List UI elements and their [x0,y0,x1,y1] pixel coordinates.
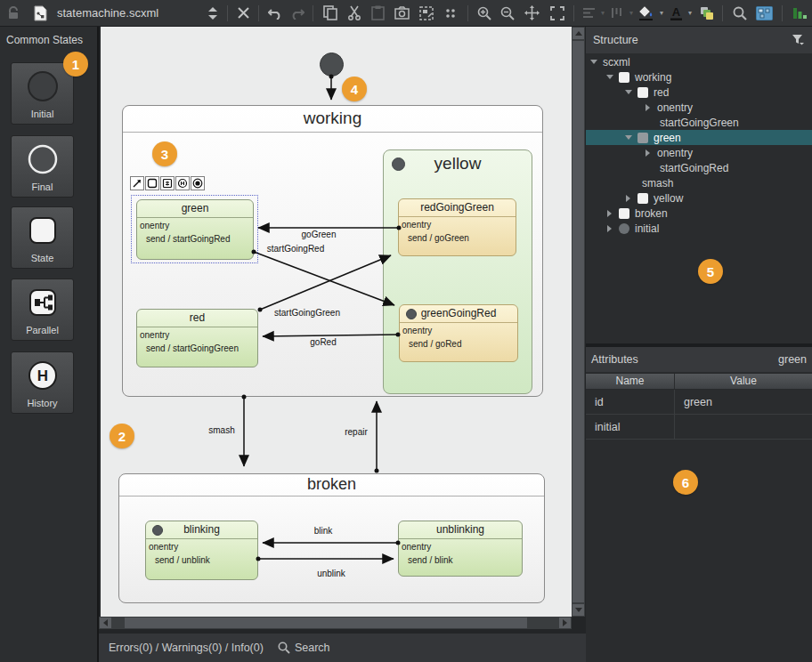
tree-row-onentry-green[interactable]: onentry [586,145,812,160]
parallel-state-icon [12,279,73,325]
export-canvas-icon[interactable] [414,0,438,27]
transition-label-blink[interactable]: blink [288,526,359,536]
expander-closed-icon[interactable] [604,225,615,232]
tree-row-working[interactable]: working [586,69,812,85]
pan-icon[interactable] [519,0,545,27]
expander-open-icon[interactable] [622,90,634,94]
state-redGoingGreen[interactable]: redGoingGreen onentry send / goGreen [398,198,516,256]
expander-closed-icon[interactable] [642,149,654,157]
document-tab-label[interactable]: statemachine.scxml [53,6,203,20]
transition-label-unblink[interactable]: unblink [296,569,367,578]
copy-icon[interactable] [318,0,342,27]
canvas-vertical-scrollbar[interactable] [572,27,585,617]
expander-open-icon[interactable] [604,75,615,79]
state-icon [12,207,73,253]
column-header-value[interactable]: Value [675,374,812,389]
lock-icon[interactable] [0,0,27,27]
tree-row-onentry-red[interactable]: onentry [586,100,812,115]
color-theme-icon[interactable] [694,0,718,27]
expander-closed-icon[interactable] [604,210,615,217]
state-icon[interactable] [145,176,159,190]
close-icon[interactable] [232,0,254,27]
attribute-row-initial[interactable]: initial [586,415,812,440]
expander-closed-icon[interactable] [642,104,654,111]
initial-state-node[interactable] [320,52,344,77]
state-blinking[interactable]: blinking onentry send / unblink [145,521,258,580]
scroll-down-icon[interactable] [572,604,584,616]
tree-row-smash[interactable]: smash [586,175,812,190]
redo-icon[interactable] [286,0,308,27]
fill-color-icon[interactable] [636,0,657,27]
state-icon [637,193,648,204]
state-blinking-action: send / unblink [146,552,257,565]
canvas-horizontal-scrollbar[interactable] [99,617,572,629]
tree-row-red[interactable]: red [586,85,812,100]
align-vertical-dropdown-icon[interactable]: ▾ [627,0,636,27]
align-horizontal-dropdown-icon[interactable]: ▾ [598,0,607,27]
status-messages[interactable]: Errors(0) / Warnings(0) / Info(0) [109,642,264,654]
palette-final-button[interactable]: Final [11,135,74,198]
attribute-value[interactable]: green [675,390,812,414]
transition-label-goRed[interactable]: goRed [288,337,359,347]
magnifier-icon[interactable] [727,0,751,27]
font-color-dropdown-icon[interactable]: ▾ [686,0,694,27]
scroll-left-icon[interactable] [100,618,111,628]
align-vertical-icon[interactable] [607,0,627,27]
state-greenGoingRed[interactable]: greenGoingRed onentry send / goRed [399,304,518,362]
attribute-value[interactable] [675,415,812,439]
navigator-icon[interactable] [751,0,777,27]
scroll-right-icon[interactable] [559,618,571,628]
transition-label-startGoingGreen[interactable]: startGoingGreen [263,308,352,318]
updown-spinner-icon[interactable] [203,0,223,27]
attributes-context: green [778,353,807,366]
tree-row-broken[interactable]: broken [586,206,812,221]
transition-label-goGreen[interactable]: goGreen [283,230,354,239]
attribute-row-id[interactable]: id green [586,390,812,415]
toolbar-separator [313,5,313,21]
undo-icon[interactable] [264,0,286,27]
final-icon[interactable] [191,176,205,190]
fit-to-view-icon[interactable] [545,0,569,27]
screenshot-icon[interactable] [390,0,414,27]
transition-label-smash[interactable]: smash [186,425,257,435]
palette-final-label: Final [32,182,53,197]
parallel-icon[interactable] [160,176,175,190]
attribute-name: id [586,390,675,414]
transition-icon[interactable] [130,176,144,190]
state-unblinking[interactable]: unblinking onentry send / blink [398,521,523,577]
tree-row-scxml[interactable]: scxml [586,54,812,69]
transition-label-startGoingRed[interactable]: startGoingRed [260,244,331,254]
filter-icon[interactable] [792,34,805,46]
cut-icon[interactable] [342,0,366,27]
vertical-scroll-thumb[interactable] [572,41,584,602]
tree-row-green[interactable]: green [586,130,812,145]
horizontal-scroll-thumb[interactable] [125,618,527,628]
palette-history-button[interactable]: H History [11,351,74,414]
zoom-out-icon[interactable] [496,0,519,27]
state-red[interactable]: red onentry send / startGoingGreen [136,309,258,367]
palette-initial-button[interactable]: Initial [11,62,74,125]
expander-open-icon[interactable] [588,60,599,64]
fill-color-dropdown-icon[interactable]: ▾ [657,0,666,27]
scroll-up-icon[interactable] [572,28,584,39]
tree-row-yellow[interactable]: yellow [586,190,812,206]
paste-icon[interactable] [366,0,390,27]
zoom-in-icon[interactable] [473,0,496,27]
adjust-sequence-icon[interactable] [438,0,463,27]
right-panel: Structure scxml working red onentry [586,27,812,662]
align-horizontal-icon[interactable] [579,0,598,27]
expander-closed-icon[interactable] [622,195,634,202]
statistics-icon[interactable] [787,0,812,27]
search-control[interactable]: Search [278,642,330,654]
expander-open-icon[interactable] [622,135,634,140]
transition-label-repair[interactable]: repair [321,427,392,437]
diagram-canvas[interactable]: working broken yellow green onentry send… [101,27,572,617]
tree-row-initial[interactable]: initial [586,221,812,236]
palette-parallel-button[interactable]: Parallel [11,279,74,341]
tree-row-startGoingGreen[interactable]: startGoingGreen [586,115,812,130]
font-color-icon[interactable]: A [666,0,686,27]
tree-row-startGoingRed[interactable]: startGoingRed [586,160,812,175]
palette-state-button[interactable]: State [11,206,74,269]
column-header-name[interactable]: Name [586,374,675,389]
history-icon[interactable] [175,176,190,190]
